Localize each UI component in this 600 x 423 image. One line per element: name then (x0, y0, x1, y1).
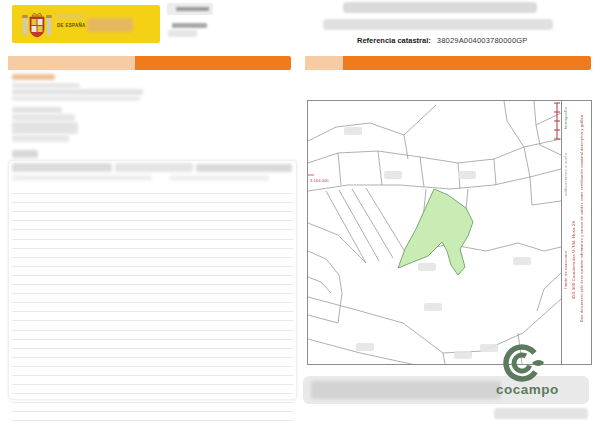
parcel-boundary (338, 153, 341, 185)
parcel-boundary (534, 101, 536, 125)
cadastral-map: 3.164.000 hidrografía edificaciones o su… (307, 100, 592, 365)
parcel-boundary (530, 177, 532, 205)
redacted-text-line (12, 89, 143, 95)
parcel-boundary (308, 293, 342, 323)
table-row (12, 185, 293, 194)
table-row (12, 230, 293, 239)
redacted-parcel-label (454, 351, 472, 359)
redacted-date-box (168, 30, 197, 37)
table-row (12, 276, 293, 285)
validity-note: Este documento sólo tiene carácter infor… (580, 115, 584, 322)
spain-coat-of-arms-icon (20, 9, 54, 39)
parcel-boundary (420, 157, 424, 187)
cocampo-wordmark: cocampo (496, 382, 559, 397)
table-row (12, 221, 293, 230)
utm-coordinates-label: 355.300 Coordenadas U.T.M. Huso 28 (571, 221, 576, 299)
table-row (12, 321, 293, 330)
legend-entry-buildings: edificaciones o suelo (563, 153, 568, 196)
highlighted-parcel (398, 189, 473, 275)
table-row (12, 267, 293, 276)
parcel-boundary (536, 125, 540, 145)
table-row (12, 385, 293, 394)
redacted-parcel-label (356, 343, 374, 351)
table-row (12, 312, 293, 321)
redacted-parcel-label (513, 257, 531, 265)
parcel-boundary (537, 273, 561, 311)
coordinate-label: 3.164.000 (310, 178, 329, 183)
parcel-boundary (308, 339, 458, 364)
table-row (12, 403, 293, 412)
redacted-parcel-label (480, 344, 498, 352)
parcel-boundary (308, 105, 436, 141)
legend-entry-hydrography: hidrografía (563, 107, 568, 129)
table-row (12, 203, 293, 212)
cadastral-document-page: DE ESPAÑA Referencia catastral:38029A004… (0, 0, 600, 423)
data-table (8, 160, 297, 400)
redacted-table-header (115, 163, 193, 172)
parcel-boundary (308, 139, 561, 163)
section-bar-left (8, 56, 291, 70)
redacted-doc-number (176, 7, 209, 11)
redacted-text-line (12, 107, 62, 113)
redacted-orange-badge (12, 74, 55, 80)
redacted-table-header (12, 163, 112, 172)
redacted-table-subheader (169, 175, 269, 181)
redacted-label (12, 150, 38, 158)
redacted-table-header (196, 164, 292, 172)
table-row (12, 303, 293, 312)
cadastral-reference: Referencia catastral:38029A004003780000G… (357, 36, 528, 45)
table-row (12, 194, 293, 203)
parcel-boundary (308, 169, 561, 191)
table-row (12, 349, 293, 358)
parcel-boundary (532, 201, 561, 205)
table-row (12, 294, 293, 303)
redacted-text-line (12, 114, 75, 121)
parcel-boundary (494, 159, 496, 185)
redacted-table-subheader (12, 175, 152, 181)
table-row (12, 285, 293, 294)
parcel-boundary (524, 147, 530, 177)
table-rows (12, 185, 293, 421)
redacted-parcel-label (424, 303, 442, 311)
cocampo-logo-icon (500, 341, 544, 385)
table-row (12, 212, 293, 221)
redacted-document-title (343, 2, 537, 13)
table-row (12, 358, 293, 367)
parcel-boundary (366, 188, 407, 255)
section-bar-right (305, 56, 591, 70)
cadastral-reference-label: Referencia catastral: (357, 36, 431, 45)
redacted-text-line (12, 83, 80, 88)
parcel-boundary (308, 223, 366, 263)
table-row (12, 367, 293, 376)
spain-government-banner: DE ESPAÑA (12, 5, 160, 43)
table-row (12, 258, 293, 267)
parcel-boundary (540, 145, 561, 155)
section-bar-left-highlight (8, 56, 135, 70)
parcel-boundary (443, 353, 445, 364)
redacted-gobierno-text (56, 14, 84, 19)
map-scale-bar (554, 103, 560, 139)
redacted-document-subtitle (323, 19, 553, 30)
table-row (12, 412, 293, 421)
cadastral-reference-value: 38029A004003780000GP (437, 36, 528, 45)
redacted-footer-text (311, 381, 501, 399)
table-row (12, 240, 293, 249)
redacted-text-block (12, 122, 78, 134)
table-row (12, 394, 293, 403)
redacted-doc-number-box (167, 3, 213, 15)
redacted-text-line (12, 96, 140, 101)
redacted-parcel-label (418, 263, 436, 271)
redacted-ministry-text (87, 18, 133, 32)
table-row (12, 340, 293, 349)
redacted-bottom-bar (494, 408, 588, 419)
redacted-text-line (12, 135, 69, 142)
table-row (12, 331, 293, 340)
country-label: DE ESPAÑA (57, 23, 86, 28)
redacted-parcel-label (344, 127, 362, 135)
parcel-boundary (378, 151, 382, 185)
redacted-date-text (172, 23, 207, 28)
cadastral-map-canvas: 3.164.000 (308, 101, 561, 364)
legend-entry-block-limit: límite de manzana (563, 251, 568, 289)
redacted-parcel-label (458, 171, 476, 179)
map-legend-strip: hidrografía edificaciones o suelo límite… (561, 101, 591, 364)
